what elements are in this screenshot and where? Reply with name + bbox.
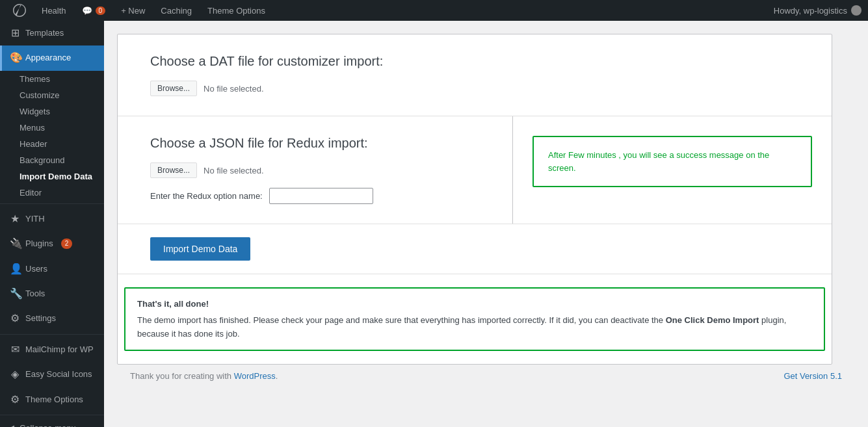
settings-icon: ⚙ (10, 311, 20, 326)
main-content: Choose a DAT file for customizer import:… (104, 21, 868, 427)
howdy-text: Howdy, wp-logistics (774, 6, 847, 16)
adminbar-left: Health 💬 0 + New Caching Theme Options (7, 0, 272, 21)
settings-label: Settings (25, 313, 56, 324)
json-left-panel: Choose a JSON file for Redux import: Bro… (118, 116, 513, 224)
yith-icon: ★ (10, 212, 20, 226)
json-section-title: Choose a JSON file for Redux import: (150, 136, 480, 151)
comments-menu[interactable]: 💬 0 (75, 0, 112, 21)
themes-label: Themes (20, 74, 50, 84)
comment-icon: 💬 (82, 6, 92, 16)
sidebar-item-users[interactable]: 👤 Users (0, 257, 104, 281)
appearance-icon: 🎨 (10, 51, 20, 65)
sidebar-item-settings[interactable]: ⚙ Settings (0, 306, 104, 331)
caching-label: Caching (161, 6, 192, 16)
adminbar-right: Howdy, wp-logistics (774, 5, 861, 16)
theme-options-sidebar-label: Theme Options (25, 394, 83, 406)
sidebar-item-customize[interactable]: Customize (0, 87, 104, 103)
sidebar-item-header[interactable]: Header (0, 136, 104, 152)
plugins-icon: 🔌 (10, 237, 20, 251)
menu-separator-1 (0, 203, 104, 204)
wp-logo-menu[interactable] (7, 0, 33, 21)
new-content-menu[interactable]: + New (114, 0, 151, 21)
sidebar-item-menus[interactable]: Menus (0, 120, 104, 136)
footer-wp-link[interactable]: WordPress (234, 371, 276, 381)
plugins-label: Plugins (25, 238, 53, 250)
json-right-panel: After Few minutes , you will see a succe… (513, 116, 832, 224)
users-icon: 👤 (10, 262, 20, 276)
sidebar-item-tools[interactable]: 🔧 Tools (0, 281, 104, 306)
sidebar-item-appearance[interactable]: 🎨 Appearance (0, 45, 104, 70)
social-icon: ◈ (10, 367, 20, 382)
collapse-label: Collapse menu (20, 423, 76, 427)
import-button-section: Import Demo Data (118, 224, 832, 274)
user-avatar (851, 5, 861, 16)
dat-browse-button[interactable]: Browse... (150, 81, 197, 96)
footer-version-link[interactable]: Get Version 5.1 (783, 371, 842, 381)
sidebar-item-mailchimp[interactable]: ✉ MailChimp for WP (0, 337, 104, 362)
done-plugin-name: One Click Demo Import (666, 315, 759, 325)
admin-bar: Health 💬 0 + New Caching Theme Options H… (0, 0, 868, 21)
sidebar-item-background[interactable]: Background (0, 152, 104, 168)
done-text-before: The demo import has finished. Please che… (137, 315, 666, 325)
dat-file-section: Choose a DAT file for customizer import:… (118, 34, 832, 116)
import-demo-label: Import Demo Data (20, 172, 92, 181)
success-message-text: After Few minutes , you will see a succe… (548, 150, 769, 173)
templates-icon: ⊞ (10, 26, 20, 40)
new-label: + New (121, 6, 145, 16)
site-name: Health (42, 6, 66, 16)
admin-menu: ⊞ Templates 🎨 Appearance Themes Customiz… (0, 21, 104, 427)
customize-label: Customize (20, 90, 59, 100)
redux-name-input[interactable] (269, 188, 373, 204)
theme-options-sidebar-icon: ⚙ (10, 393, 20, 407)
import-demo-button[interactable]: Import Demo Data (150, 237, 250, 261)
caching-menu[interactable]: Caching (154, 0, 198, 21)
wp-footer: Thank you for creating with WordPress. G… (117, 365, 855, 387)
dat-section-title: Choose a DAT file for customizer import: (150, 54, 799, 69)
background-label: Background (20, 155, 64, 165)
yith-label: YITH (25, 213, 45, 225)
done-section: That's it, all done! The demo import has… (118, 274, 832, 364)
appearance-label: Appearance (25, 52, 71, 64)
collapse-icon: ◀ (8, 423, 14, 427)
footer-left: Thank you for creating with WordPress. (130, 371, 278, 381)
widgets-label: Widgets (20, 107, 50, 116)
sidebar-item-easy-social[interactable]: ◈ Easy Social Icons (0, 362, 104, 387)
sidebar-item-plugins[interactable]: 🔌 Plugins 2 (0, 231, 104, 256)
tools-label: Tools (25, 288, 45, 300)
redux-name-row: Enter the Redux option name: (150, 188, 480, 204)
users-label: Users (25, 263, 47, 275)
json-file-section: Choose a JSON file for Redux import: Bro… (118, 116, 832, 224)
header-label: Header (20, 139, 47, 149)
redux-name-label: Enter the Redux option name: (150, 191, 263, 201)
json-no-file-text: No file selected. (204, 166, 264, 175)
content-wrap: Choose a DAT file for customizer import:… (117, 34, 832, 365)
menu-separator-2 (0, 334, 104, 335)
theme-options-menu[interactable]: Theme Options (201, 0, 272, 21)
collapse-menu[interactable]: ◀ Collapse menu (0, 418, 104, 427)
menus-label: Menus (20, 123, 45, 133)
footer-right: Get Version 5.1 (783, 371, 842, 381)
success-message-box: After Few minutes , you will see a succe… (533, 136, 812, 187)
sidebar-item-yith[interactable]: ★ YITH (0, 207, 104, 231)
site-name-menu[interactable]: Health (35, 0, 73, 21)
done-title: That's it, all done! (137, 298, 812, 311)
sidebar-item-editor[interactable]: Editor (0, 185, 104, 201)
comment-count: 0 (96, 6, 106, 15)
sidebar-item-themes[interactable]: Themes (0, 71, 104, 87)
done-message-box: That's it, all done! The demo import has… (124, 287, 825, 351)
mailchimp-label: MailChimp for WP (25, 344, 94, 356)
dat-file-input-row: Browse... No file selected. (150, 81, 799, 96)
json-browse-button[interactable]: Browse... (150, 162, 197, 178)
plugins-badge: 2 (61, 239, 73, 249)
editor-label: Editor (20, 188, 42, 198)
wp-wrap: ⊞ Templates 🎨 Appearance Themes Customiz… (0, 21, 868, 427)
sidebar-item-theme-options[interactable]: ⚙ Theme Options (0, 387, 104, 412)
dat-no-file-text: No file selected. (204, 84, 264, 94)
sidebar-item-templates[interactable]: ⊞ Templates (0, 21, 104, 45)
sidebar-item-widgets[interactable]: Widgets (0, 103, 104, 120)
footer-period: . (276, 371, 278, 381)
json-file-input-row: Browse... No file selected. (150, 162, 480, 178)
tools-icon: 🔧 (10, 287, 20, 301)
menu-separator-3 (0, 415, 104, 415)
sidebar-item-import-demo[interactable]: Import Demo Data (0, 168, 104, 185)
